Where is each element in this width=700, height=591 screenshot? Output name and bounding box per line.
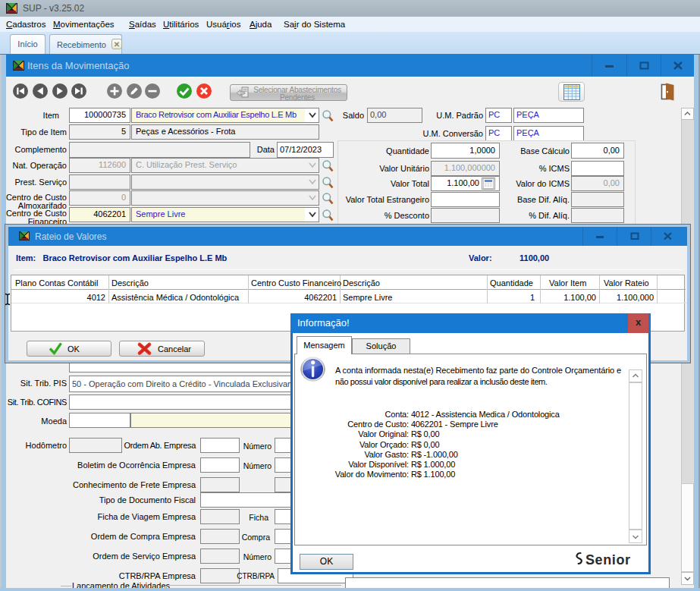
svg-text:Senior: Senior (585, 552, 631, 567)
